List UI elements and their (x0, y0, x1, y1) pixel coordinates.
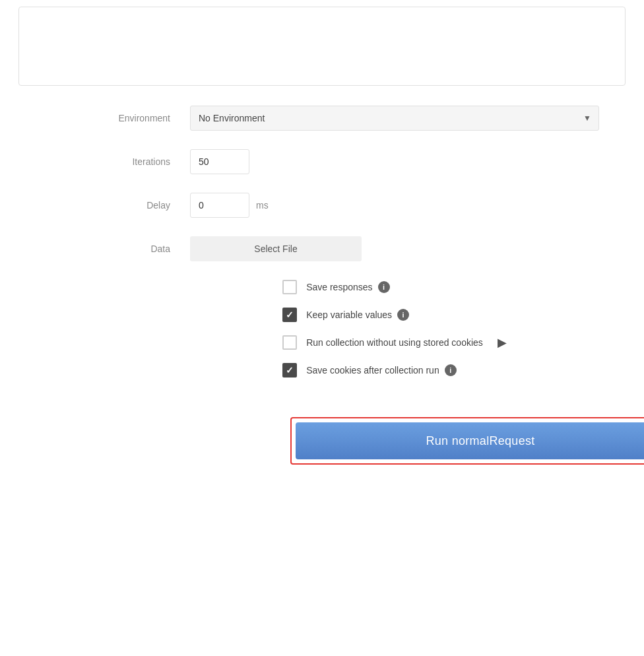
iterations-row: Iterations (45, 149, 599, 174)
environment-select-wrapper: No Environment Development Staging Produ… (190, 106, 599, 131)
select-file-button[interactable]: Select File (190, 236, 362, 261)
run-without-cookies-row: Run collection without using stored cook… (282, 335, 507, 350)
delay-suffix: ms (256, 200, 269, 211)
save-cookies-checkbox[interactable] (282, 363, 297, 377)
iterations-label: Iterations (45, 156, 190, 167)
checkboxes-container: Save responses i Keep variable values i … (282, 280, 507, 377)
run-normal-request-button[interactable]: Run normalRequest (296, 422, 644, 459)
cursor-indicator: ▶ (498, 335, 507, 350)
delay-control: ms (190, 193, 599, 218)
data-row: Data Select File (45, 236, 599, 261)
save-responses-checkbox[interactable] (282, 280, 297, 294)
run-without-cookies-checkbox[interactable] (282, 335, 297, 350)
iterations-input[interactable] (190, 149, 249, 174)
top-panel (18, 7, 626, 86)
run-button-highlight: Run normalRequest (290, 417, 644, 465)
run-without-cookies-label: Run collection without using stored cook… (306, 337, 483, 348)
environment-control: No Environment Development Staging Produ… (190, 106, 599, 131)
run-button-container: Run normalRequest (145, 410, 644, 465)
keep-variable-values-row: Keep variable values i (282, 308, 507, 322)
iterations-control (190, 149, 599, 174)
keep-variable-values-checkbox[interactable] (282, 308, 297, 322)
form-container: Environment No Environment Development S… (18, 106, 626, 280)
save-cookies-label: Save cookies after collection run i (306, 364, 457, 376)
save-responses-info-icon[interactable]: i (378, 281, 390, 293)
data-control: Select File (190, 236, 599, 261)
save-responses-row: Save responses i (282, 280, 507, 294)
environment-select[interactable]: No Environment Development Staging Produ… (190, 106, 599, 131)
environment-row: Environment No Environment Development S… (45, 106, 599, 131)
data-label: Data (45, 244, 190, 254)
keep-variable-values-info-icon[interactable]: i (397, 309, 409, 321)
delay-row: Delay ms (45, 193, 599, 218)
save-cookies-row: Save cookies after collection run i (282, 363, 507, 377)
keep-variable-values-label: Keep variable values i (306, 309, 409, 321)
environment-label: Environment (45, 113, 190, 123)
save-responses-label: Save responses i (306, 281, 389, 293)
delay-input[interactable] (190, 193, 249, 218)
delay-label: Delay (45, 200, 190, 211)
save-cookies-info-icon[interactable]: i (445, 364, 457, 376)
